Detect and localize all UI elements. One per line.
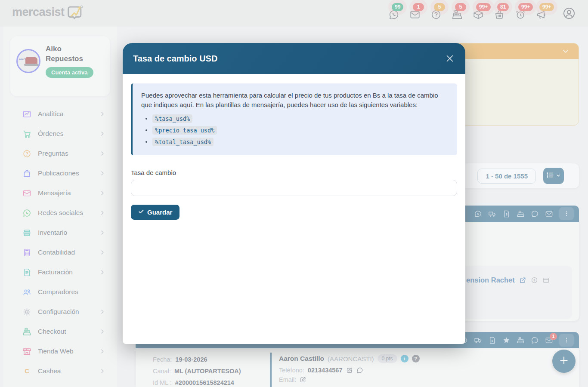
bullet-icon <box>145 118 147 120</box>
variable-item: %precio_tasa_usd% <box>145 126 449 135</box>
exchange-rate-modal: Tasa de cambio USD Puedes aprovechar est… <box>123 43 465 344</box>
variable-code: %total_tasa_usd% <box>152 138 214 146</box>
bullet-icon <box>145 129 147 131</box>
close-icon[interactable] <box>445 53 455 64</box>
variable-code: %precio_tasa_usd% <box>152 126 217 135</box>
info-box: Puedes aprovechar esta herramienta para … <box>131 83 457 155</box>
variables-list: %tasa_usd% %precio_tasa_usd% %total_tasa… <box>141 114 449 146</box>
modal-title: Tasa de cambio USD <box>133 54 217 64</box>
save-button[interactable]: Guardar <box>131 205 179 220</box>
modal-header: Tasa de cambio USD <box>123 43 465 74</box>
check-icon <box>138 209 144 216</box>
exchange-rate-input[interactable] <box>131 180 457 196</box>
info-text: Puedes aprovechar esta herramienta para … <box>141 91 443 109</box>
variable-item: %tasa_usd% <box>145 114 449 123</box>
save-button-label: Guardar <box>147 209 172 216</box>
variable-item: %total_tasa_usd% <box>145 138 449 146</box>
bullet-icon <box>145 141 147 143</box>
modal-body: Puedes aprovechar esta herramienta para … <box>123 74 465 220</box>
exchange-rate-label: Tasa de cambio <box>131 169 457 176</box>
variable-code: %tasa_usd% <box>152 114 192 123</box>
